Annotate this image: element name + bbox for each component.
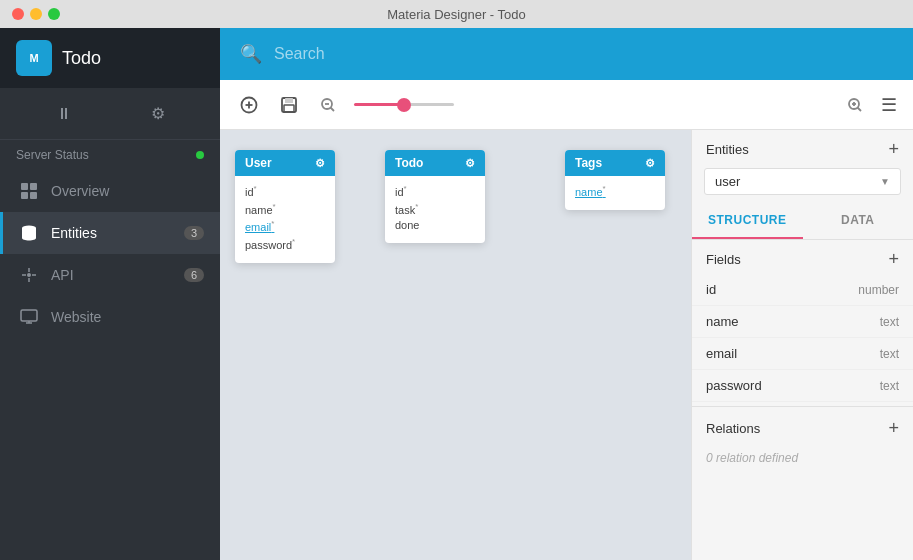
zoom-in-button[interactable] [843,93,867,117]
tags-gear-icon[interactable]: ⚙ [645,157,655,170]
sidebar-item-entities[interactable]: Entities 3 [0,212,220,254]
logo-text: M [29,52,38,64]
entities-label: Entities [51,225,97,241]
search-input[interactable] [274,45,893,63]
maximize-button[interactable] [48,8,60,20]
canvas-toolbar: ☰ [220,80,913,130]
right-panel: Entities + user ▼ STRUCTURE DATA Fields … [691,130,913,560]
close-button[interactable] [12,8,24,20]
relations-title: Relations [706,421,760,436]
database-icon [19,223,39,243]
server-status: Server Status [0,140,220,170]
title-bar: Materia Designer - Todo [0,0,913,28]
user-field-password: password* [245,235,325,253]
field-password[interactable]: password text [692,370,913,402]
window-title: Materia Designer - Todo [387,7,526,22]
selected-entity: user [715,174,740,189]
sidebar-nav: Overview Entities 3 [0,170,220,338]
tags-header: Tags ⚙ [565,150,665,176]
svg-line-21 [331,107,335,111]
field-password-name: password [706,378,762,393]
website-label: Website [51,309,101,325]
search-icon: 🔍 [240,43,262,65]
sidebar-controls: ⏸ ⚙ [0,88,220,140]
sidebar-item-api[interactable]: API 6 [0,254,220,296]
user-header: User ⚙ [235,150,335,176]
todo-title: Todo [395,156,423,170]
svg-rect-17 [285,98,293,103]
entities-badge: 3 [184,226,204,240]
settings-button[interactable]: ⚙ [147,100,169,127]
add-relation-button[interactable]: + [888,419,899,437]
fields-header: Fields + [692,240,913,274]
todo-body: id* task* done [385,176,485,243]
user-field-id: id* [245,182,325,200]
svg-rect-3 [30,192,37,199]
entities-section: Entities + [692,130,913,168]
user-gear-icon[interactable]: ⚙ [315,157,325,170]
field-email-type: text [880,347,899,361]
field-name-name: name [706,314,739,329]
fields-list: id number name text email text password … [692,274,913,402]
tab-data[interactable]: DATA [803,203,914,239]
svg-rect-10 [21,310,37,321]
sidebar: M Todo ⏸ ⚙ Server Status [0,28,220,560]
field-password-type: text [880,379,899,393]
canvas[interactable]: User ⚙ id* name* email* password* Todo ⚙ [220,130,691,560]
fields-title: Fields [706,252,741,267]
panel-tabs: STRUCTURE DATA [692,203,913,240]
add-field-button[interactable]: + [888,250,899,268]
user-title: User [245,156,272,170]
minimize-button[interactable] [30,8,42,20]
dropdown-arrow-icon: ▼ [880,176,890,187]
sidebar-item-website[interactable]: Website [0,296,220,338]
user-body: id* name* email* password* [235,176,335,263]
field-email-name: email [706,346,737,361]
sidebar-header: M Todo [0,28,220,88]
entity-card-tags: Tags ⚙ name* [565,150,665,210]
entities-section-title: Entities [706,142,749,157]
save-button[interactable] [276,92,302,118]
app-logo: M [16,40,52,76]
server-status-label: Server Status [16,148,89,162]
pause-button[interactable]: ⏸ [52,101,76,127]
user-field-email: email* [245,217,325,235]
main-area: 🔍 [220,28,913,560]
entity-card-user: User ⚙ id* name* email* password* [235,150,335,263]
add-entity-button[interactable] [236,92,262,118]
field-id[interactable]: id number [692,274,913,306]
field-id-name: id [706,282,716,297]
todo-gear-icon[interactable]: ⚙ [465,157,475,170]
tags-field-name: name* [575,182,655,200]
svg-point-5 [27,273,31,277]
field-name-type: text [880,315,899,329]
svg-rect-18 [284,105,294,112]
zoom-out-button[interactable] [316,93,340,117]
zoom-slider-container [354,103,829,106]
svg-rect-1 [30,183,37,190]
menu-button[interactable]: ☰ [881,94,897,116]
api-badge: 6 [184,268,204,282]
sidebar-item-overview[interactable]: Overview [0,170,220,212]
todo-header: Todo ⚙ [385,150,485,176]
relations-empty: 0 relation defined [692,443,913,473]
svg-rect-2 [21,192,28,199]
tags-body: name* [565,176,665,210]
zoom-slider[interactable] [354,103,454,106]
overview-label: Overview [51,183,109,199]
add-entity-panel-button[interactable]: + [888,140,899,158]
entity-dropdown[interactable]: user ▼ [704,168,901,195]
field-email[interactable]: email text [692,338,913,370]
field-name[interactable]: name text [692,306,913,338]
tab-structure[interactable]: STRUCTURE [692,203,803,239]
relations-section: Relations + [692,406,913,443]
todo-field-task: task* [395,200,475,218]
grid-icon [19,181,39,201]
tags-title: Tags [575,156,602,170]
api-label: API [51,267,74,283]
user-field-name: name* [245,200,325,218]
search-bar: 🔍 [220,28,913,80]
network-icon [19,265,39,285]
app-title: Todo [62,48,101,69]
todo-field-id: id* [395,182,475,200]
